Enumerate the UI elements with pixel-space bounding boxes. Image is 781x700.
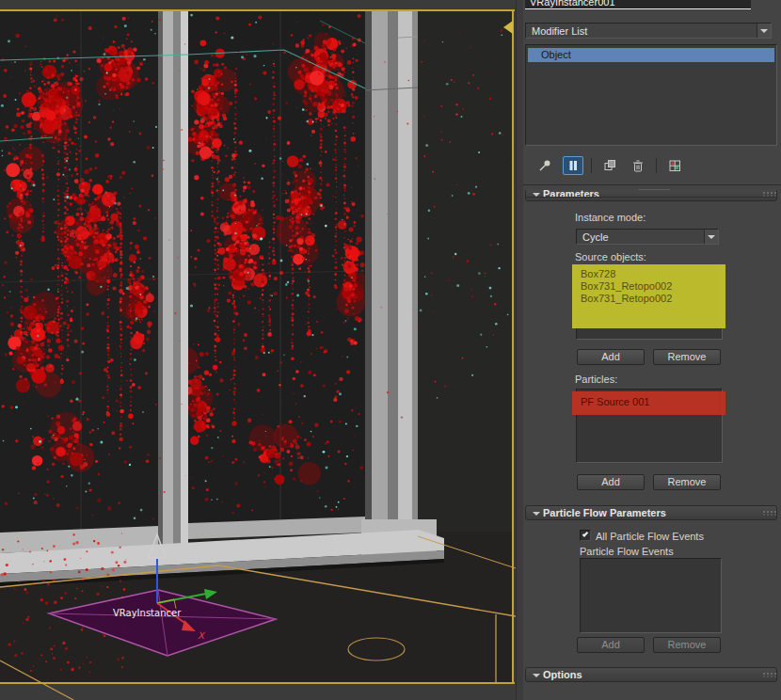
events-add-button: Add	[577, 637, 645, 653]
source-object-item[interactable]: Box731_Retopo002	[581, 280, 725, 293]
3dsmax-window: VRayInstancer X Modifier List Object	[0, 0, 781, 700]
pin-stack-icon	[537, 158, 552, 173]
source-add-button[interactable]: Add	[577, 349, 645, 365]
scroll-clip-line	[525, 197, 777, 198]
particles-item[interactable]: PF Source 001	[581, 396, 725, 408]
chevron-down-icon[interactable]	[704, 230, 718, 244]
particle-flow-events-list[interactable]	[580, 558, 722, 633]
rollout-parameters-header-clipped: Parameters	[525, 190, 777, 202]
configure-modifier-sets-button[interactable]	[664, 156, 685, 175]
rollout-options-header[interactable]: Options	[525, 667, 777, 682]
modifier-stack: Object	[525, 44, 777, 146]
rollout-open-icon	[533, 512, 540, 519]
vrayinstancer-label: VRayInstancer	[113, 608, 182, 618]
window-frame-right	[365, 10, 418, 530]
instance-mode-dropdown[interactable]: Cycle	[576, 229, 719, 245]
viewport-canvas[interactable]: VRayInstancer X	[0, 0, 516, 700]
particles-remove-button[interactable]: Remove	[653, 474, 721, 490]
show-end-result-icon	[566, 158, 581, 173]
rollout-parameters-title: Parameters	[543, 190, 599, 200]
instance-mode-label: Instance mode:	[575, 212, 646, 223]
source-remove-button[interactable]: Remove	[653, 349, 721, 365]
show-end-result-button[interactable]	[563, 156, 583, 175]
source-object-item[interactable]: Box731_Retopo002	[581, 293, 725, 305]
rollout-parameters-header[interactable]: Parameters	[525, 190, 777, 201]
all-particle-flow-events-label: All Particle Flow Events	[596, 531, 704, 542]
instance-mode-value: Cycle	[582, 231, 609, 244]
modifier-list-label: Modifier List	[532, 24, 587, 38]
source-objects-label: Source objects:	[575, 251, 646, 262]
window-mullion-center	[158, 10, 188, 549]
modifier-stack-toolbar	[525, 151, 777, 181]
particles-highlight: PF Source 001	[572, 391, 725, 415]
pin-stack-button[interactable]	[534, 156, 555, 175]
events-remove-button: Remove	[653, 637, 721, 653]
source-object-item[interactable]: Box728	[581, 268, 725, 280]
command-panel: Modifier List Object	[523, 0, 781, 700]
source-objects-highlight: Box728 Box731_Retopo002 Box731_Retopo002	[572, 264, 725, 328]
rollout-grip	[763, 511, 765, 513]
object-name-field-wrap	[525, 0, 751, 9]
configure-modifier-sets-icon	[667, 158, 682, 173]
rollout-particle-flow-header[interactable]: Particle Flow Parameters	[525, 505, 777, 520]
checkmark-icon	[582, 531, 588, 536]
rollout-particle-flow-title: Particle Flow Parameters	[543, 507, 666, 519]
rollout-grip	[763, 673, 765, 675]
wall-right	[416, 10, 514, 532]
chevron-down-icon[interactable]	[757, 24, 771, 38]
trash-icon	[630, 158, 646, 173]
make-unique-icon	[602, 158, 617, 173]
rollout-options-title: Options	[543, 669, 582, 681]
rollout-grip	[763, 192, 765, 194]
remove-modifier-button[interactable]	[628, 156, 648, 175]
object-name-input[interactable]	[525, 0, 751, 9]
toolbar-separator	[591, 158, 592, 173]
toolbar-separator	[656, 158, 657, 173]
viewport[interactable]: VRayInstancer X	[0, 0, 516, 700]
viewport-panel-divider	[516, 0, 523, 700]
modifier-list-dropdown[interactable]: Modifier List	[525, 23, 772, 39]
particle-flow-events-label: Particle Flow Events	[580, 546, 674, 557]
all-particle-flow-events-checkbox[interactable]	[580, 530, 591, 541]
particles-add-button[interactable]: Add	[577, 474, 645, 490]
modifier-stack-item-object[interactable]: Object	[528, 48, 774, 62]
particles-label: Particles:	[575, 374, 617, 385]
make-unique-button[interactable]	[599, 156, 620, 175]
rollout-open-icon	[533, 674, 540, 681]
toolbar-divider	[523, 184, 781, 185]
